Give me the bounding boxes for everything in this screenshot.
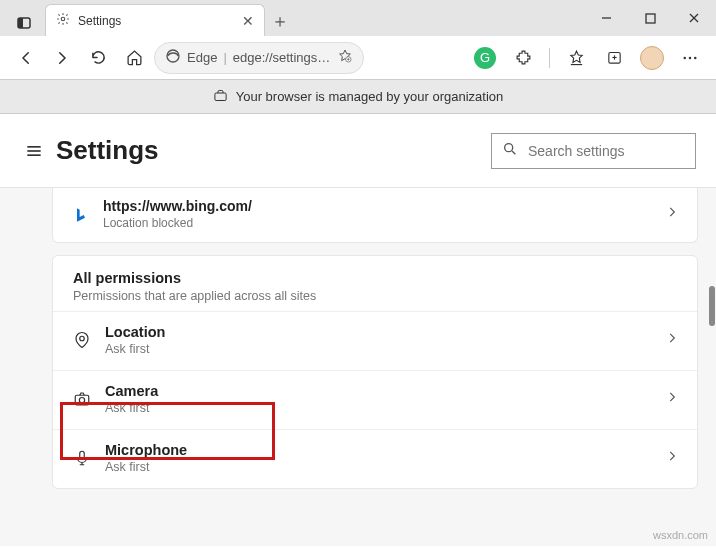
search-icon	[502, 141, 518, 161]
site-status: Location blocked	[103, 216, 665, 230]
title-bar: Settings ✕ ＋	[0, 0, 716, 36]
back-button[interactable]	[10, 42, 42, 74]
permission-row-location[interactable]: Location Ask first	[53, 311, 697, 370]
svg-point-26	[79, 398, 84, 403]
permission-row-microphone[interactable]: Microphone Ask first	[53, 429, 697, 488]
profile-button[interactable]	[636, 42, 668, 74]
permission-sub: Ask first	[105, 342, 665, 356]
svg-point-24	[80, 336, 85, 341]
settings-header: Settings	[0, 114, 716, 188]
section-subtitle: Permissions that are applied across all …	[73, 289, 677, 303]
settings-content: https://www.bing.com/ Location blocked A…	[0, 188, 716, 546]
collections-button[interactable]	[598, 42, 630, 74]
svg-rect-25	[75, 395, 89, 405]
svg-rect-4	[646, 14, 655, 23]
permission-row-camera[interactable]: Camera Ask first	[53, 370, 697, 429]
svg-rect-1	[18, 18, 23, 28]
tab-actions-icon[interactable]	[11, 10, 37, 36]
svg-point-16	[689, 56, 692, 59]
address-divider: |	[223, 50, 226, 65]
minimize-button[interactable]	[584, 3, 628, 33]
permission-sub: Ask first	[105, 401, 665, 415]
svg-point-2	[61, 17, 65, 21]
maximize-button[interactable]	[628, 3, 672, 33]
bing-icon	[73, 207, 89, 223]
permission-title: Location	[105, 324, 665, 340]
site-url: https://www.bing.com/	[103, 198, 665, 214]
svg-point-17	[694, 56, 697, 59]
browser-toolbar: Edge | edge://settings… G	[0, 36, 716, 80]
chevron-right-icon	[665, 390, 679, 408]
watermark: wsxdn.com	[653, 529, 708, 541]
svg-rect-27	[80, 451, 85, 459]
new-tab-button[interactable]: ＋	[265, 6, 295, 36]
permission-title: Camera	[105, 383, 665, 399]
grammarly-icon[interactable]: G	[469, 42, 501, 74]
home-button[interactable]	[118, 42, 150, 74]
page-title: Settings	[56, 135, 159, 166]
info-message: Your browser is managed by your organiza…	[236, 89, 504, 104]
svg-point-22	[505, 143, 513, 151]
section-title: All permissions	[73, 270, 677, 286]
svg-point-7	[167, 50, 179, 62]
search-input[interactable]	[528, 143, 703, 159]
svg-line-23	[512, 151, 515, 154]
briefcase-icon	[213, 88, 228, 106]
recent-activity-card: https://www.bing.com/ Location blocked	[52, 188, 698, 243]
favorite-icon[interactable]	[337, 48, 353, 67]
chevron-right-icon	[665, 205, 679, 223]
gear-icon	[56, 12, 70, 30]
microphone-icon	[73, 449, 91, 467]
location-icon	[73, 331, 91, 349]
extensions-icon[interactable]	[507, 42, 539, 74]
forward-button[interactable]	[46, 42, 78, 74]
address-text: edge://settings…	[233, 50, 331, 65]
svg-rect-18	[215, 93, 226, 101]
scrollbar-thumb[interactable]	[709, 286, 715, 326]
hamburger-menu[interactable]	[24, 141, 44, 161]
close-tab-icon[interactable]: ✕	[242, 13, 254, 29]
address-label: Edge	[187, 50, 217, 65]
svg-point-15	[683, 56, 686, 59]
permission-title: Microphone	[105, 442, 665, 458]
tab-title: Settings	[78, 14, 234, 28]
permission-sub: Ask first	[105, 460, 665, 474]
recent-site-row[interactable]: https://www.bing.com/ Location blocked	[53, 188, 697, 242]
camera-icon	[73, 390, 91, 408]
search-settings[interactable]	[491, 133, 696, 169]
favorites-button[interactable]	[560, 42, 592, 74]
chevron-right-icon	[665, 449, 679, 467]
toolbar-divider	[549, 48, 550, 68]
all-permissions-card: All permissions Permissions that are app…	[52, 255, 698, 489]
chevron-right-icon	[665, 331, 679, 349]
edge-icon	[165, 48, 181, 67]
address-bar[interactable]: Edge | edge://settings…	[154, 42, 364, 74]
browser-tab[interactable]: Settings ✕	[45, 4, 265, 36]
refresh-button[interactable]	[82, 42, 114, 74]
info-bar: Your browser is managed by your organiza…	[0, 80, 716, 114]
close-window-button[interactable]	[672, 3, 716, 33]
menu-button[interactable]	[674, 42, 706, 74]
